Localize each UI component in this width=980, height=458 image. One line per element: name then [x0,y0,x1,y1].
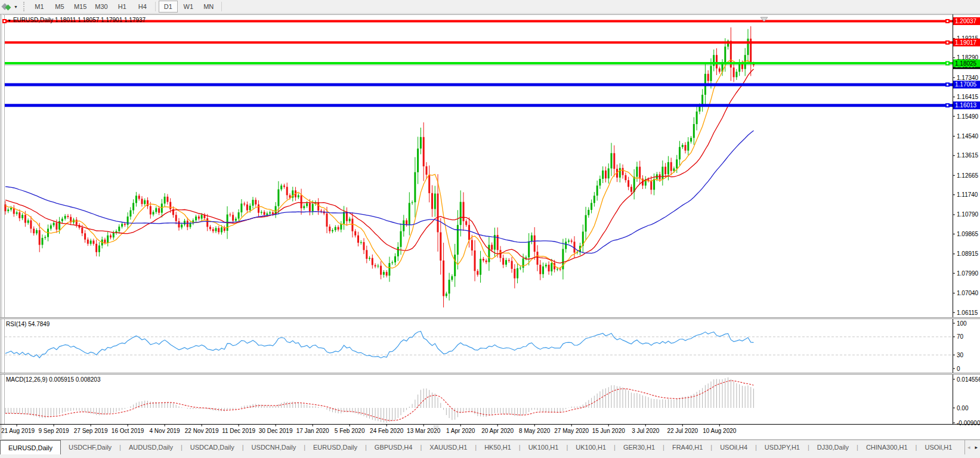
price-tag-1.17005-text: 1.17005 [955,81,977,88]
bottom-strip [0,454,980,458]
timeframe-button-m5[interactable]: M5 [50,1,69,13]
macd-axis-label: -0.009001 [957,420,980,426]
line-handle-center [947,63,948,64]
macd-axis-label: 0.00 [957,405,969,411]
x-axis-label: 13 Mar 2020 [407,428,441,434]
rsi-axis-label: 30 [957,352,964,358]
chart-tabbar: EURUSD,DailyUSDCHF,Daily|AUDUSD,Daily|US… [0,440,980,454]
toolbar-separator [221,2,222,11]
price-tag-1.16013: 1.16013 [953,101,980,109]
rsi-axis-label: 100 [957,320,967,327]
x-axis-label: 30 Dec 2019 [259,428,293,434]
rsi-axis-label: 0 [957,366,960,372]
price-chart-canvas[interactable]: 1.192151.182901.173401.164151.154901.145… [0,14,980,439]
x-axis-label: 4 Nov 2019 [150,428,181,434]
chart-menu-triangle-icon[interactable]: ▼ [7,18,11,23]
dropdown-caret-icon[interactable]: ▼ [14,5,18,9]
chart-tab-eurusd-daily-0[interactable]: EURUSD,Daily [0,440,61,454]
x-axis-label: 16 Oct 2019 [112,428,144,434]
rsi-axis-label: 70 [957,333,964,340]
chart-tab-usdcad-daily-3[interactable]: USDCAD,Daily [183,440,242,454]
x-axis-label: 10 Aug 2020 [703,428,737,434]
x-axis-label: 8 May 2020 [519,428,551,434]
x-axis-label: 24 Feb 2020 [370,428,404,434]
y-axis-label: 1.07990 [957,270,979,277]
x-axis-label: 22 Nov 2019 [185,428,219,434]
chart-tab-dj30-daily-15[interactable]: DJ30,Daily [809,440,857,454]
chart-tab-uk100-h1-9[interactable]: UK100,H1 [521,440,567,454]
y-axis-label: 1.16415 [957,94,979,100]
y-axis-label: 1.11740 [957,191,978,198]
y-axis-label: 1.13615 [957,152,979,159]
chart-tab-hk50-h1-8[interactable]: HK50,H1 [477,440,519,454]
chart-title: ▼EURUSD,Daily 1.18011 1.18057 1.17901 1.… [7,17,146,23]
line-left-handle-center [4,20,5,22]
price-tag-1.17005: 1.17005 [953,81,980,88]
macd-axis-label: 0.014556 [957,376,980,383]
timeframe-button-h1[interactable]: H1 [113,1,132,13]
price-tag-1.18025-text: 1.18025 [955,60,977,67]
x-axis-label: 21 Aug 2019 [1,428,35,434]
line-handle-center [947,20,948,22]
chart-tab-fra40-h1-12[interactable]: FRA40,H1 [664,440,710,454]
timeframe-button-m30[interactable]: M30 [91,1,111,13]
chart-tab-xauusd-h1-7[interactable]: XAUUSD,H1 [422,440,475,454]
chart-tab-uk100-h1-10[interactable]: UK100,H1 [568,440,614,454]
y-axis-label: 1.07040 [957,290,979,296]
x-axis-label: 27 Sep 2019 [74,428,108,434]
x-axis-label: 15 Jun 2020 [592,428,625,434]
toolbar-separator [155,2,156,11]
x-axis-label: 3 Jul 2020 [632,428,660,434]
price-tag-1.20037-text: 1.20037 [955,18,977,24]
x-axis-label: 9 Sep 2019 [39,428,70,434]
chart-tab-usdcnh-daily-4[interactable]: USDCNH,Daily [244,440,304,454]
chart-window: 1.192151.182901.173401.164151.154901.145… [0,14,980,439]
price-tag-1.19017-text: 1.19017 [955,39,977,46]
timeframe-button-mn[interactable]: MN [199,1,218,13]
timeframe-button-m15[interactable]: M15 [70,1,90,13]
timeframe-button-w1[interactable]: W1 [179,1,198,13]
timeframe-button-h4[interactable]: H4 [133,1,152,13]
chart-tab-audusd-daily-2[interactable]: AUDUSD,Daily [121,440,181,454]
chart-tab-usdchf-daily-1[interactable]: USDCHF,Daily [61,440,119,454]
price-tag-1.20037: 1.20037 [953,17,980,25]
price-tag-1.18025: 1.18025 [953,60,980,67]
toolbar-grip[interactable] [23,2,26,11]
timeframe-button-m1[interactable]: M1 [30,1,49,13]
tab-scroll-left-icon[interactable]: ◂ [967,444,970,450]
chart-tab-usoil-h4-13[interactable]: USOil,H4 [712,440,755,454]
tab-scroll-right-icon[interactable]: ▸ [975,444,978,450]
rsi-label: RSI(14) 54.7849 [6,321,50,327]
x-axis-label: 5 Feb 2020 [335,428,365,434]
price-tag-1.16013-text: 1.16013 [955,102,977,109]
chart-tab-gbpusd-h4-6[interactable]: GBPUSD,H4 [367,440,421,454]
line-handle-center [947,42,948,44]
y-axis-label: 1.15490 [957,113,979,120]
chart-background [0,14,980,439]
chart-tab-usoil-h1-17[interactable]: USOil,H1 [917,440,960,454]
x-axis-label: 22 Jul 2020 [667,428,698,434]
x-axis-label: 17 Jan 2020 [296,428,329,434]
x-axis-label: 27 May 2020 [554,428,589,434]
macd-label: MACD(12,26,9) 0.005915 0.008203 [6,376,100,383]
x-axis-label: 11 Dec 2019 [222,428,255,434]
y-axis-label: 1.09865 [957,231,979,237]
y-axis-label: 1.17340 [957,75,979,81]
timeframe-button-d1[interactable]: D1 [159,1,178,13]
timeframe-toolbar: ▼ M1M5M15M30H1H4D1W1MN [0,0,980,14]
chart-title-text: EURUSD,Daily 1.18011 1.18057 1.17901 1.1… [13,17,146,23]
y-axis-label: 1.08915 [957,250,979,257]
line-handle-center [947,83,948,85]
chart-tab-eurusd-daily-5[interactable]: EURUSD,Daily [305,440,365,454]
chart-tab-usdjpy-h1-14[interactable]: USDJPY,H1 [757,440,808,454]
chart-tab-ger30-h1-11[interactable]: GER30,H1 [616,440,663,454]
y-axis-label: 1.14540 [957,133,979,140]
y-axis-label: 1.12665 [957,172,979,179]
chart-tool-icon[interactable] [1,2,13,11]
y-axis-label: 1.10790 [957,211,979,218]
price-tag-1.19017: 1.19017 [953,39,980,47]
x-axis-label: 1 Apr 2020 [446,428,475,434]
chart-tab-china300-h1-16[interactable]: CHINA300,H1 [858,440,916,454]
y-axis-label: 1.06115 [957,310,978,316]
line-handle-center [947,104,948,106]
